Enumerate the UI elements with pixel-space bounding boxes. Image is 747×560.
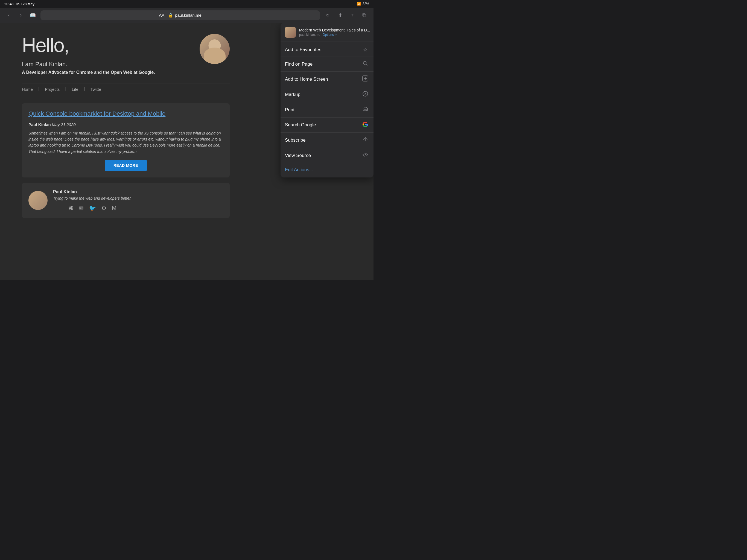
back-button[interactable]: ‹ bbox=[4, 11, 13, 20]
url-text: paul.kinlan.me bbox=[175, 13, 202, 18]
find-on-page-item[interactable]: Find on Page bbox=[281, 57, 374, 72]
address-bar[interactable]: AA 🔒 paul.kinlan.me bbox=[41, 10, 320, 20]
view-source-label: View Source bbox=[285, 153, 311, 158]
share-button[interactable]: ⬆ bbox=[335, 10, 345, 20]
markup-item[interactable]: Markup A bbox=[281, 87, 374, 102]
status-bar: 20:48 Thu 28 May 📶 32% bbox=[0, 0, 374, 8]
browser-chrome: ‹ › 📖 AA 🔒 paul.kinlan.me ↻ ⬆ + ⧉ bbox=[0, 8, 374, 23]
print-label: Print bbox=[285, 107, 294, 113]
site-url-row: paul.kinlan.me Options > bbox=[299, 33, 370, 36]
tabs-button[interactable]: ⧉ bbox=[359, 10, 369, 20]
status-right: 📶 32% bbox=[357, 2, 369, 6]
star-icon: ☆ bbox=[361, 47, 369, 53]
site-info: Modern Web Development: Tales of a D... … bbox=[299, 28, 370, 36]
website-content: Hello, I am Paul Kinlan. A Developer Adv… bbox=[0, 23, 252, 280]
medium-icon[interactable]: M bbox=[112, 205, 117, 211]
article-body: Sometimes when I am on my mobile, I just… bbox=[28, 130, 223, 155]
subscribe-icon bbox=[361, 136, 369, 144]
markup-label: Markup bbox=[285, 92, 301, 97]
forward-button[interactable]: › bbox=[17, 11, 25, 20]
view-source-item[interactable]: View Source bbox=[281, 148, 374, 163]
greeting: Hello, bbox=[22, 34, 194, 56]
github-icon[interactable]: ⚙ bbox=[101, 205, 106, 211]
author-avatar bbox=[28, 191, 48, 210]
toolbar-right: ⬆ + ⧉ bbox=[335, 10, 369, 20]
date: Thu 28 May bbox=[15, 2, 34, 6]
google-icon bbox=[361, 121, 369, 128]
print-icon bbox=[361, 106, 369, 113]
article-date-text: May 21 2020 bbox=[52, 122, 76, 127]
reload-button[interactable]: ↻ bbox=[323, 11, 332, 20]
article-meta: Paul Kinlan May 21 2020 bbox=[28, 122, 223, 127]
battery-level: 32% bbox=[363, 2, 369, 6]
svg-line-11 bbox=[365, 137, 367, 139]
add-to-favourites-label: Add to Favourites bbox=[285, 47, 321, 52]
profile-area: Hello, I am Paul Kinlan. A Developer Adv… bbox=[22, 34, 230, 75]
svg-line-14 bbox=[365, 153, 366, 156]
author-bio: Trying to make the web and developers be… bbox=[53, 196, 131, 200]
twitter-icon[interactable]: 🐦 bbox=[89, 205, 96, 211]
add-to-home-screen-label: Add to Home Screen bbox=[285, 77, 328, 82]
author-card: Paul Kinlan Trying to make the web and d… bbox=[22, 183, 230, 218]
article-title[interactable]: Quick Console bookmarklet for Desktop an… bbox=[28, 110, 223, 118]
nav-life[interactable]: Life bbox=[72, 87, 78, 92]
tagline-text: A Developer Advocate for Chrome and the … bbox=[22, 70, 194, 75]
edit-actions-label: Edit Actions... bbox=[285, 167, 313, 172]
edit-actions-item[interactable]: Edit Actions... bbox=[281, 163, 374, 176]
site-title: Modern Web Development: Tales of a D... bbox=[299, 28, 370, 32]
profile-image bbox=[200, 34, 230, 64]
svg-text:A: A bbox=[364, 93, 366, 96]
search-icon bbox=[361, 61, 369, 68]
main-content: Hello, I am Paul Kinlan. A Developer Adv… bbox=[0, 23, 374, 280]
search-google-item[interactable]: Search Google bbox=[281, 118, 374, 133]
intro-text: I am Paul Kinlan. bbox=[22, 61, 194, 68]
text-size-button[interactable]: AA bbox=[159, 13, 164, 18]
menu-items: Add to Favourites ☆ Find on Page Add to … bbox=[281, 42, 374, 177]
svg-point-9 bbox=[367, 109, 367, 109]
subscribe-item[interactable]: Subscribe bbox=[281, 133, 374, 148]
view-source-icon bbox=[361, 152, 369, 159]
social-icons: ⌘ ✉ 🐦 ⚙ M bbox=[53, 205, 131, 211]
article-card: Quick Console bookmarklet for Desktop an… bbox=[22, 103, 230, 177]
subscribe-label: Subscribe bbox=[285, 137, 306, 143]
status-left: 20:48 Thu 28 May bbox=[4, 2, 34, 6]
svg-line-1 bbox=[366, 64, 367, 66]
print-item[interactable]: Print bbox=[281, 102, 374, 118]
markup-icon: A bbox=[361, 91, 369, 98]
wifi-icon: 📶 bbox=[357, 2, 361, 6]
svg-point-0 bbox=[363, 61, 366, 65]
rss-icon[interactable]: ⌘ bbox=[68, 205, 74, 211]
share-menu-header: Modern Web Development: Tales of a D... … bbox=[281, 23, 374, 42]
search-google-label: Search Google bbox=[285, 122, 316, 128]
profile-text: Hello, I am Paul Kinlan. A Developer Adv… bbox=[22, 34, 194, 75]
site-url: paul.kinlan.me bbox=[299, 33, 320, 36]
options-link[interactable]: Options > bbox=[323, 33, 337, 36]
read-more-button[interactable]: READ MORE bbox=[105, 160, 147, 171]
article-author: Paul Kinlan bbox=[28, 122, 51, 127]
add-to-favourites-item[interactable]: Add to Favourites ☆ bbox=[281, 43, 374, 57]
bookmarks-button[interactable]: 📖 bbox=[28, 11, 37, 20]
nav-twitter[interactable]: Twitte bbox=[91, 87, 101, 92]
time: 20:48 bbox=[4, 2, 14, 6]
new-tab-button[interactable]: + bbox=[347, 10, 357, 20]
nav-home[interactable]: Home bbox=[22, 87, 33, 92]
svg-line-10 bbox=[363, 137, 365, 139]
email-icon[interactable]: ✉ bbox=[79, 205, 84, 211]
add-square-icon bbox=[361, 75, 369, 83]
author-name: Paul Kinlan bbox=[53, 189, 131, 195]
lock-icon: 🔒 bbox=[168, 13, 173, 18]
find-on-page-label: Find on Page bbox=[285, 61, 312, 67]
author-info: Paul Kinlan Trying to make the web and d… bbox=[53, 189, 131, 211]
nav-links: Home | Projects | Life | Twitte bbox=[22, 83, 230, 95]
share-menu: Modern Web Development: Tales of a D... … bbox=[281, 23, 374, 177]
add-to-home-screen-item[interactable]: Add to Home Screen bbox=[281, 72, 374, 87]
nav-projects[interactable]: Projects bbox=[45, 87, 60, 92]
site-favicon bbox=[285, 27, 296, 38]
